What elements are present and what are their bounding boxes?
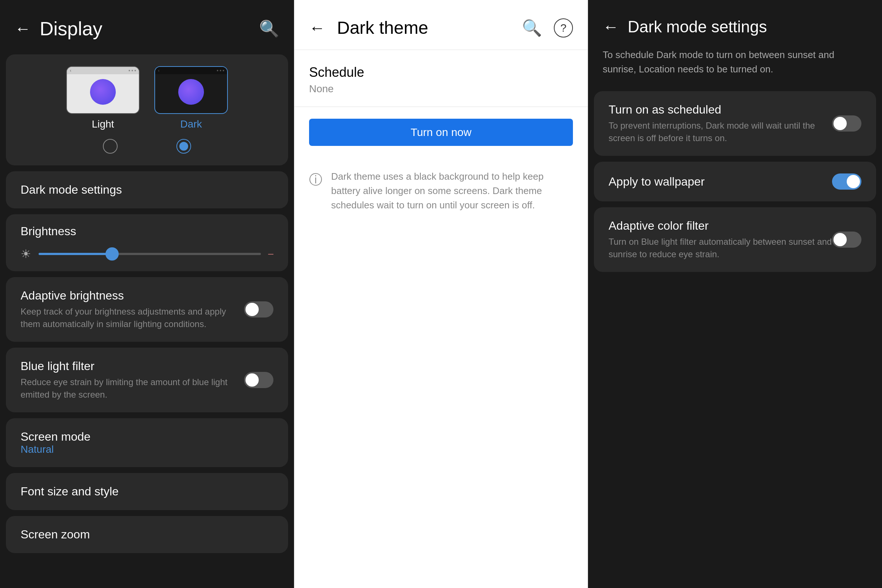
light-circle — [90, 79, 116, 105]
adaptive-brightness-item[interactable]: Adaptive brightness Keep track of your b… — [6, 277, 288, 342]
blue-light-text: Blue light filter Reduce eye strain by l… — [21, 359, 244, 400]
dark-mode-title: Dark mode settings — [628, 18, 767, 36]
schedule-title: Schedule — [309, 64, 573, 80]
apply-wallpaper-item[interactable]: Apply to wallpaper — [594, 162, 876, 201]
adaptive-color-desc: Turn on Blue light filter automatically … — [609, 236, 832, 260]
dark-theme-title: Dark theme — [337, 18, 428, 38]
brightness-slider[interactable] — [39, 253, 261, 255]
theme-cards: ‹ Light ‹ — [21, 66, 273, 130]
screen-zoom-title: Screen zoom — [21, 528, 273, 542]
schedule-section[interactable]: Schedule None — [294, 50, 588, 107]
light-theme-card[interactable]: ‹ Light — [66, 66, 140, 130]
turn-on-scheduled-desc: To prevent interruptions, Dark mode will… — [609, 119, 832, 144]
dot1 — [129, 70, 130, 71]
ddot3 — [223, 70, 224, 71]
turn-on-scheduled-toggle[interactable] — [832, 116, 861, 132]
blue-light-toggle[interactable] — [244, 372, 273, 388]
dark-theme-help-icon[interactable]: ? — [554, 18, 573, 38]
display-title: Display — [40, 18, 102, 40]
turn-on-scheduled-text: Turn on as scheduled To prevent interrup… — [609, 103, 832, 144]
light-preview: ‹ — [66, 66, 140, 114]
dark-mode-settings-item[interactable]: Dark mode settings — [6, 171, 288, 208]
dark-label: Dark — [180, 118, 202, 130]
dark-theme-icons: 🔍 ? — [522, 18, 573, 38]
font-size-title: Font size and style — [21, 485, 273, 498]
font-size-item[interactable]: Font size and style — [6, 473, 288, 510]
dark-dots — [217, 70, 224, 71]
ddot1 — [217, 70, 218, 71]
dark-theme-search-icon[interactable]: 🔍 — [522, 18, 542, 38]
dark-theme-header-left: ← Dark theme — [309, 18, 428, 38]
turn-on-scheduled-knob — [834, 117, 847, 130]
schedule-value: None — [309, 83, 573, 95]
dark-theme-card[interactable]: ‹ Dark — [154, 66, 228, 130]
dark-mode-back-icon[interactable]: ← — [603, 18, 619, 36]
dark-circle — [178, 79, 204, 105]
search-icon[interactable]: 🔍 — [259, 19, 279, 38]
adaptive-color-text: Adaptive color filter Turn on Blue light… — [609, 219, 832, 260]
apply-wallpaper-toggle[interactable] — [832, 174, 861, 190]
brightness-title: Brightness — [21, 225, 273, 238]
screen-mode-value: Natural — [21, 444, 273, 455]
turn-on-scheduled-title: Turn on as scheduled — [609, 103, 832, 117]
dot3 — [135, 70, 136, 71]
dark-radio-inner — [179, 142, 188, 151]
dark-topbar: ‹ — [155, 67, 227, 74]
adaptive-brightness-desc: Keep track of your brightness adjustment… — [21, 305, 244, 330]
dark-theme-header: ← Dark theme 🔍 ? — [294, 0, 588, 50]
turn-on-scheduled-item[interactable]: Turn on as scheduled To prevent interrup… — [594, 91, 876, 156]
adaptive-color-row: Adaptive color filter Turn on Blue light… — [609, 219, 861, 260]
info-section: ⓘ Dark theme uses a black background to … — [294, 158, 588, 224]
blue-light-row: Blue light filter Reduce eye strain by l… — [21, 359, 273, 400]
apply-wallpaper-knob — [847, 175, 860, 188]
brightness-low-icon: ☀ — [21, 247, 31, 261]
adaptive-color-title: Adaptive color filter — [609, 219, 832, 232]
adaptive-color-toggle[interactable] — [832, 231, 861, 248]
adaptive-brightness-text: Adaptive brightness Keep track of your b… — [21, 289, 244, 330]
light-radio[interactable] — [103, 139, 118, 154]
adaptive-brightness-title: Adaptive brightness — [21, 289, 244, 303]
dark-mode-header: ← Dark mode settings — [588, 0, 882, 48]
back-icon[interactable]: ← — [15, 20, 31, 38]
turn-on-now-button[interactable]: Turn on now — [309, 119, 573, 146]
brightness-row: ☀ ─ — [21, 247, 273, 261]
dot2 — [132, 70, 133, 71]
display-header: ← Display 🔍 — [0, 0, 294, 51]
light-topbar: ‹ — [67, 67, 139, 74]
screen-mode-item[interactable]: Screen mode Natural — [6, 418, 288, 467]
info-icon: ⓘ — [309, 171, 322, 189]
info-text: Dark theme uses a black background to he… — [331, 170, 573, 212]
apply-wallpaper-row: Apply to wallpaper — [609, 174, 861, 190]
brightness-high-icon: ─ — [268, 250, 273, 258]
dark-mode-description: To schedule Dark mode to turn on between… — [588, 48, 882, 88]
adaptive-brightness-knob — [246, 303, 259, 316]
theme-radio-row — [21, 139, 273, 154]
panel-display: ← Display 🔍 ‹ — [0, 0, 294, 588]
light-arrow: ‹ — [70, 68, 71, 73]
blue-light-item[interactable]: Blue light filter Reduce eye strain by l… — [6, 348, 288, 412]
screen-zoom-item[interactable]: Screen zoom — [6, 516, 288, 553]
header-left: ← Display — [15, 18, 102, 40]
adaptive-color-item[interactable]: Adaptive color filter Turn on Blue light… — [594, 207, 876, 272]
dark-mode-settings-title: Dark mode settings — [21, 183, 122, 196]
adaptive-color-knob — [834, 233, 847, 246]
brightness-section: Brightness ☀ ─ — [6, 214, 288, 271]
panel-dark-theme: ← Dark theme 🔍 ? Schedule None Turn on n… — [294, 0, 588, 588]
adaptive-brightness-toggle[interactable] — [244, 302, 273, 318]
panel-dark-mode: ← Dark mode settings To schedule Dark mo… — [588, 0, 882, 588]
apply-wallpaper-title: Apply to wallpaper — [609, 175, 705, 189]
dark-theme-back-icon[interactable]: ← — [309, 19, 325, 37]
blue-light-title: Blue light filter — [21, 359, 244, 373]
dark-preview: ‹ — [154, 66, 228, 114]
adaptive-brightness-row: Adaptive brightness Keep track of your b… — [21, 289, 273, 330]
blue-light-desc: Reduce eye strain by limiting the amount… — [21, 376, 244, 400]
blue-light-knob — [246, 374, 259, 387]
dark-radio[interactable] — [176, 139, 191, 154]
dark-arrow: ‹ — [158, 68, 159, 73]
ddot2 — [220, 70, 221, 71]
turn-on-scheduled-row: Turn on as scheduled To prevent interrup… — [609, 103, 861, 144]
brightness-thumb[interactable] — [105, 248, 119, 261]
light-dots — [129, 70, 136, 71]
light-label: Light — [92, 118, 114, 130]
theme-section: ‹ Light ‹ — [6, 54, 288, 165]
